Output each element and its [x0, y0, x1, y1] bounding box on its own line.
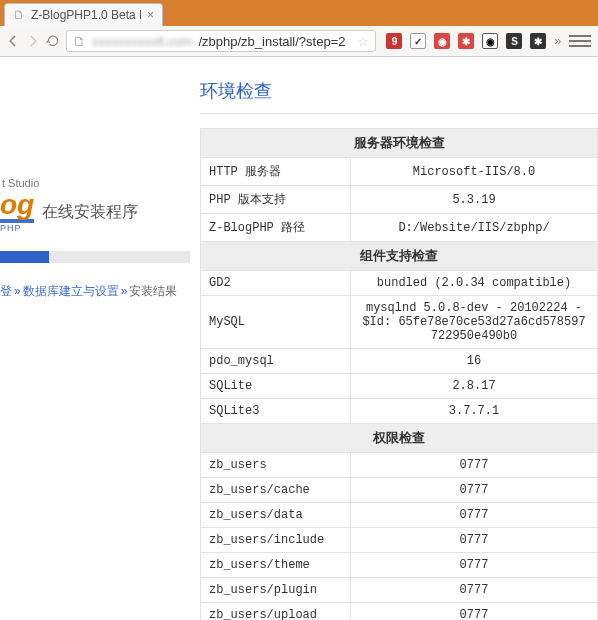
- table-cell-key: PHP 版本支持: [201, 186, 351, 214]
- crumb-step-last: 安装结果: [129, 284, 177, 298]
- table-row: Z-BlogPHP 路径D:/Website/IIS/zbphp/: [201, 214, 598, 242]
- table-cell-key: zb_users/include: [201, 528, 351, 553]
- reload-button[interactable]: [46, 32, 60, 50]
- table-cell-value: 0777: [351, 528, 598, 553]
- tab-title: Z-BlogPHP1.0 Beta Buil: [31, 8, 141, 22]
- extension-icons: 9 ✓ ◉ ✱ ◉ S ✱ »: [382, 32, 595, 50]
- table-cell-value: 3.7.7.1: [351, 399, 598, 424]
- table-row: zb_users/include0777: [201, 528, 598, 553]
- url-host: xxxxxxxxxxft.com: [92, 34, 192, 49]
- table-section-head: 权限检查: [201, 424, 598, 453]
- table-cell-key: zb_users: [201, 453, 351, 478]
- table-cell-key: GD2: [201, 271, 351, 296]
- table-cell-value: 0777: [351, 478, 598, 503]
- table-row: zb_users0777: [201, 453, 598, 478]
- table-cell-value: Microsoft-IIS/8.0: [351, 158, 598, 186]
- installer-title: 在线安装程序: [42, 202, 138, 223]
- table-cell-key: SQLite: [201, 374, 351, 399]
- table-row: zb_users/cache0777: [201, 478, 598, 503]
- table-cell-key: Z-BlogPHP 路径: [201, 214, 351, 242]
- table-cell-value: 5.3.19: [351, 186, 598, 214]
- crumb-step-prev[interactable]: 登: [0, 284, 12, 298]
- ext-icon-4[interactable]: ✱: [458, 33, 474, 49]
- table-row: SQLite2.8.17: [201, 374, 598, 399]
- table-cell-value: 0777: [351, 553, 598, 578]
- table-cell-value: mysqlnd 5.0.8-dev - 20102224 - $Id: 65fe…: [351, 296, 598, 349]
- table-cell-value: 0777: [351, 453, 598, 478]
- table-row: zb_users/upload0777: [201, 603, 598, 621]
- main-content: 环境检查 服务器环境检查HTTP 服务器Microsoft-IIS/8.0PHP…: [200, 57, 598, 620]
- table-cell-value: D:/Website/IIS/zbphp/: [351, 214, 598, 242]
- ext-icon-2[interactable]: ✓: [410, 33, 426, 49]
- studio-label: t Studio: [2, 177, 190, 189]
- table-cell-key: zb_users/plugin: [201, 578, 351, 603]
- table-cell-value: bundled (2.0.34 compatible): [351, 271, 598, 296]
- table-cell-value: 0777: [351, 603, 598, 621]
- table-cell-key: HTTP 服务器: [201, 158, 351, 186]
- ext-icon-6[interactable]: S: [506, 33, 522, 49]
- table-cell-key: zb_users/data: [201, 503, 351, 528]
- crumb-step-mid[interactable]: 数据库建立与设置: [23, 284, 119, 298]
- environment-table: 服务器环境检查HTTP 服务器Microsoft-IIS/8.0PHP 版本支持…: [200, 128, 598, 620]
- table-section-head: 服务器环境检查: [201, 129, 598, 158]
- table-row: pdo_mysql16: [201, 349, 598, 374]
- logo-mark: og: [0, 191, 34, 223]
- table-row: zb_users/theme0777: [201, 553, 598, 578]
- table-row: zb_users/plugin0777: [201, 578, 598, 603]
- close-icon[interactable]: ×: [147, 8, 154, 22]
- table-cell-key: pdo_mysql: [201, 349, 351, 374]
- browser-toolbar: 🗋 xxxxxxxxxxft.com/zbphp/zb_install/?ste…: [0, 26, 598, 56]
- table-row: SQLite33.7.7.1: [201, 399, 598, 424]
- table-cell-key: zb_users/cache: [201, 478, 351, 503]
- page-icon: 🗋: [73, 34, 86, 49]
- forward-button[interactable]: [26, 32, 40, 50]
- tab-strip: 🗋 Z-BlogPHP1.0 Beta Buil ×: [0, 0, 598, 26]
- address-bar[interactable]: 🗋 xxxxxxxxxxft.com/zbphp/zb_install/?ste…: [66, 30, 376, 52]
- star-icon[interactable]: ☆: [357, 34, 369, 49]
- table-cell-value: 2.8.17: [351, 374, 598, 399]
- page-title: 环境检查: [200, 79, 598, 114]
- progress-bar: [0, 251, 190, 263]
- table-row: MySQLmysqlnd 5.0.8-dev - 20102224 - $Id:…: [201, 296, 598, 349]
- table-row: HTTP 服务器Microsoft-IIS/8.0: [201, 158, 598, 186]
- table-row: PHP 版本支持5.3.19: [201, 186, 598, 214]
- chevron-right-icon[interactable]: »: [554, 34, 561, 48]
- browser-chrome: 🗋 Z-BlogPHP1.0 Beta Buil × 🗋 xxxxxxxxxxf…: [0, 0, 598, 57]
- table-row: zb_users/data0777: [201, 503, 598, 528]
- ext-icon-1[interactable]: 9: [386, 33, 402, 49]
- url-path: /zbphp/zb_install/?step=2: [198, 34, 345, 49]
- table-cell-value: 0777: [351, 503, 598, 528]
- table-cell-value: 0777: [351, 578, 598, 603]
- browser-tab[interactable]: 🗋 Z-BlogPHP1.0 Beta Buil ×: [4, 3, 163, 26]
- table-cell-key: zb_users/theme: [201, 553, 351, 578]
- table-cell-key: MySQL: [201, 296, 351, 349]
- page-icon: 🗋: [13, 8, 25, 22]
- back-button[interactable]: [6, 32, 20, 50]
- breadcrumb: 登»数据库建立与设置»安装结果: [0, 283, 190, 300]
- table-cell-key: SQLite3: [201, 399, 351, 424]
- ext-icon-7[interactable]: ✱: [530, 33, 546, 49]
- progress-fill: [0, 251, 49, 263]
- table-cell-value: 16: [351, 349, 598, 374]
- logo: og PHP 在线安装程序: [0, 191, 190, 233]
- table-cell-key: zb_users/upload: [201, 603, 351, 621]
- logo-sub: PHP: [0, 223, 34, 233]
- ext-icon-5[interactable]: ◉: [482, 33, 498, 49]
- table-section-head: 组件支持检查: [201, 242, 598, 271]
- table-row: GD2bundled (2.0.34 compatible): [201, 271, 598, 296]
- sidebar: t Studio og PHP 在线安装程序 登»数据库建立与设置»安装结果: [0, 57, 200, 620]
- ext-icon-3[interactable]: ◉: [434, 33, 450, 49]
- menu-icon[interactable]: [569, 32, 591, 50]
- page-body: t Studio og PHP 在线安装程序 登»数据库建立与设置»安装结果 环…: [0, 57, 598, 620]
